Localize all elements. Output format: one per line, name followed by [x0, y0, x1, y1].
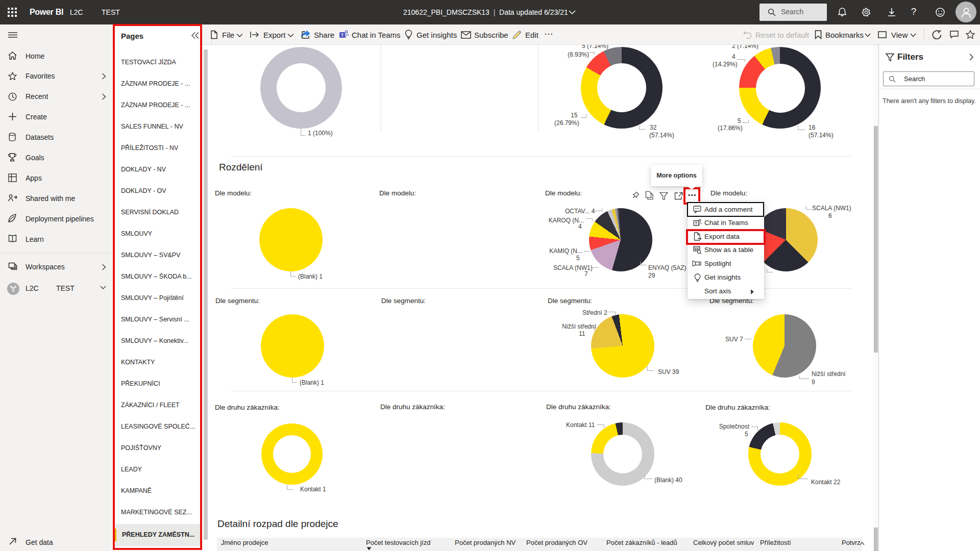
svg-text:T: T [341, 33, 344, 38]
svg-text:?: ? [911, 6, 917, 17]
svg-text:T: T [695, 221, 697, 226]
